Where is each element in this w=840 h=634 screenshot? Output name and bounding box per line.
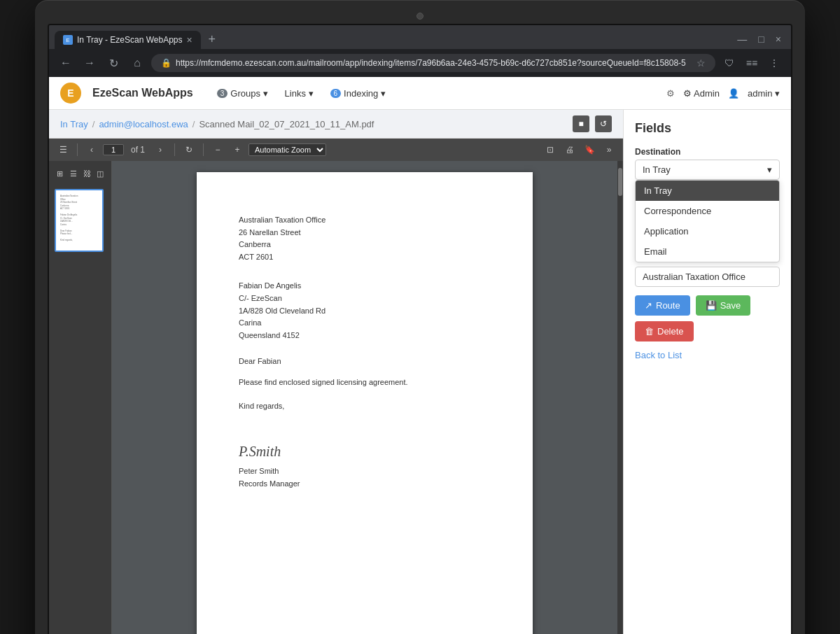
breadcrumb-filename: Scanned Mail_02_07_2021_10_11_AM.pdf — [199, 119, 374, 129]
dropdown-item-email[interactable]: Email — [636, 241, 779, 262]
browser-tab[interactable]: E In Tray - EzeScan WebApps × — [55, 31, 201, 49]
menu-button[interactable]: ⋮ — [764, 53, 784, 73]
indexing-badge: 6 — [330, 89, 342, 98]
save-icon: 💾 — [706, 300, 717, 311]
browser: E In Tray - EzeScan WebApps × + — □ × ← … — [49, 25, 791, 634]
breadcrumb-in-tray-link[interactable]: In Tray — [60, 119, 88, 129]
thumbnail-page-1[interactable]: Australian TaxationOffice26 Narellan Str… — [55, 189, 104, 252]
toolbar-sep-2 — [174, 143, 175, 156]
home-button[interactable]: ⌂ — [127, 53, 147, 73]
extensions-button[interactable]: 🛡 — [720, 53, 739, 73]
pdf-next-page[interactable]: › — [152, 141, 169, 158]
reload-button[interactable]: ↻ — [104, 53, 123, 73]
destination-dropdown: In Tray Correspondence Application Email — [635, 180, 780, 262]
thumb-link[interactable]: ⛓ — [82, 167, 92, 181]
pdf-page-wrapper: Australian Taxation Office 26 Narellan S… — [112, 161, 617, 634]
pdf-zoom-select[interactable]: Automatic Zoom 50% 75% 100% 125% 150% — [248, 143, 326, 156]
minimize-button[interactable]: — — [733, 32, 751, 46]
pdf-page-of: of 1 — [127, 145, 149, 155]
action-buttons: ↗ Route 💾 Save 🗑 Delete — [635, 295, 780, 341]
route-icon: ↗ — [645, 300, 652, 311]
recipient-suburb: Carina — [239, 317, 491, 330]
pdf-more[interactable]: » — [601, 141, 617, 158]
signer-name: Peter Smith — [239, 465, 491, 478]
sender-name: Australian Taxation Office — [239, 214, 491, 227]
pdf-area: ⊞ ☰ ⛓ ◫ Australian TaxationOffice26 Nare… — [49, 161, 623, 634]
thumb-grid-view[interactable]: ⊞ — [55, 167, 65, 181]
new-tab-button[interactable]: + — [202, 29, 222, 49]
window-controls: — □ × — [733, 32, 785, 49]
pdf-print[interactable]: 🖨 — [561, 141, 578, 158]
letter-closing: Kind regards, — [239, 400, 491, 413]
dropdown-item-application[interactable]: Application — [636, 221, 779, 241]
close-window-button[interactable]: × — [771, 32, 785, 46]
camera-dot — [416, 13, 424, 20]
pdf-download[interactable]: 🔖 — [581, 141, 598, 158]
pdf-zoom-out[interactable]: − — [209, 141, 226, 158]
breadcrumb-actions: ■ ↺ — [573, 115, 612, 132]
save-button[interactable]: 💾 Save — [696, 295, 751, 316]
pdf-prev-page[interactable]: ‹ — [83, 141, 100, 158]
tab-favicon: E — [63, 35, 73, 45]
pdf-page-input[interactable] — [103, 144, 124, 155]
dropdown-item-in-tray[interactable]: In Tray — [636, 181, 779, 201]
app-bar-right: ⚙ ⚙ Admin 👤 admin ▾ — [666, 88, 780, 99]
bookmarks-button[interactable]: ≡≡ — [742, 53, 762, 73]
doc-viewer: In Tray / admin@localhost.ewa / Scanned … — [49, 110, 623, 634]
delete-button[interactable]: 🗑 Delete — [635, 321, 694, 341]
admin-gear-icon[interactable]: ⚙ — [666, 88, 675, 99]
forward-button[interactable]: → — [80, 53, 99, 73]
pdf-fullscreen[interactable]: ⊡ — [542, 141, 559, 158]
indexing-nav-item[interactable]: 6 Indexing ▾ — [323, 85, 393, 101]
toolbar-sep-1 — [77, 143, 78, 156]
admin-label[interactable]: ⚙ Admin — [683, 88, 720, 99]
destination-field-group: Destination In Tray ▾ In Tray — [635, 147, 780, 287]
pdf-refresh[interactable]: ↻ — [181, 141, 197, 158]
letter-sender-block: Australian Taxation Office 26 Narellan S… — [239, 214, 491, 263]
monitor-shell: E In Tray - EzeScan WebApps × + — □ × ← … — [35, 0, 805, 634]
letter-body: Please find enclosed signed licensing ag… — [239, 376, 491, 389]
breadcrumb-stop-button[interactable]: ■ — [573, 115, 589, 132]
dropdown-item-correspondence[interactable]: Correspondence — [636, 201, 779, 221]
destination-select[interactable]: In Tray ▾ — [635, 160, 780, 180]
route-button[interactable]: ↗ Route — [635, 295, 690, 316]
recipient-care-of: C/- EzeScan — [239, 293, 491, 305]
back-to-list-link[interactable]: Back to List — [635, 350, 780, 360]
delete-icon: 🗑 — [645, 326, 654, 337]
indexing-nav-label: Indexing — [344, 88, 378, 99]
breadcrumb-refresh-button[interactable]: ↺ — [595, 115, 612, 132]
app-nav: 3 Groups ▾ Links ▾ 6 Indexing ▾ — [210, 85, 393, 101]
scroll-bar[interactable] — [617, 161, 623, 634]
letter-salutation: Dear Fabian — [239, 355, 491, 368]
groups-badge: 3 — [217, 89, 228, 98]
app-logo: E — [60, 83, 81, 104]
thumb-toolbar: ⊞ ☰ ⛓ ◫ — [55, 167, 106, 181]
address-bar-row: ← → ↻ ⌂ 🔒 https://mfcmdemo.ezescan.com.a… — [49, 49, 791, 77]
links-nav-label: Links ▾ — [285, 88, 314, 99]
address-field[interactable]: 🔒 https://mfcmdemo.ezescan.com.au/mailro… — [151, 54, 715, 72]
maximize-button[interactable]: □ — [754, 32, 768, 46]
letter-recipient-block: Fabian De Angelis C/- EzeScan 1A/828 Old… — [239, 280, 491, 341]
tab-title: In Tray - EzeScan WebApps — [77, 35, 183, 45]
pdf-toolbar: ☰ ‹ of 1 › ↻ − + Automatic Zoom 50% — [49, 139, 623, 161]
groups-nav-item[interactable]: 3 Groups ▾ — [210, 85, 275, 101]
thumb-list-view[interactable]: ☰ — [68, 167, 78, 181]
breadcrumb-bar: In Tray / admin@localhost.ewa / Scanned … — [49, 110, 623, 139]
sender-state-zip: ACT 2601 — [239, 251, 491, 264]
breadcrumb-sep-1: / — [92, 119, 95, 129]
url-text: https://mfcmdemo.ezescan.com.au/mailroom… — [176, 58, 692, 68]
recipient-state-zip: Queensland 4152 — [239, 330, 491, 342]
thumb-layers[interactable]: ◫ — [95, 167, 106, 181]
destination-chevron-icon: ▾ — [767, 164, 772, 175]
back-button[interactable]: ← — [56, 53, 76, 73]
breadcrumb-admin-link[interactable]: admin@localhost.ewa — [99, 119, 188, 129]
user-label[interactable]: admin ▾ — [748, 88, 780, 99]
bookmark-star-icon[interactable]: ☆ — [696, 57, 706, 69]
user-icon: 👤 — [728, 88, 739, 99]
links-nav-item[interactable]: Links ▾ — [278, 85, 321, 101]
scroll-thumb[interactable] — [618, 168, 622, 196]
main-content: In Tray / admin@localhost.ewa / Scanned … — [49, 110, 791, 634]
pdf-sidebar-toggle[interactable]: ☰ — [55, 141, 71, 158]
pdf-zoom-in[interactable]: + — [229, 141, 246, 158]
tab-close-button[interactable]: × — [187, 35, 192, 45]
